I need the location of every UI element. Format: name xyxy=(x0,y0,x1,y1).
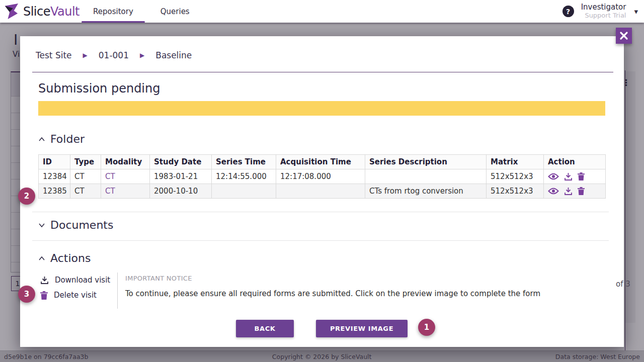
user-menu[interactable]: Investigator Support Trial xyxy=(581,3,626,19)
chevron-up-icon xyxy=(38,256,45,261)
slicevault-logo-icon xyxy=(4,3,19,20)
view-icon[interactable] xyxy=(548,188,559,195)
chevron-down-icon xyxy=(38,223,45,228)
col-acquisition-time: Acquisition Time xyxy=(276,155,365,169)
brand-name-first: Slice xyxy=(23,5,50,19)
section-folder-toggle[interactable]: Folder xyxy=(38,133,85,145)
help-icon[interactable]: ? xyxy=(562,6,574,17)
delete-visit-button[interactable]: Delete visit xyxy=(40,291,97,300)
visit-detail-modal: Test Site ▶ 01-001 ▶ Baseline Submission… xyxy=(20,36,624,347)
download-visit-label: Download visit xyxy=(55,276,110,285)
section-folder-label: Folder xyxy=(50,133,85,145)
cell-acquisition-time: 12:17:08.000 xyxy=(276,169,365,184)
status-warning-bar xyxy=(38,101,605,116)
col-action: Action xyxy=(544,155,606,169)
notice-title: IMPORTANT NOTICE xyxy=(125,275,192,282)
brand-name: SliceVault xyxy=(23,5,79,19)
section-documents-label: Documents xyxy=(50,219,113,231)
view-icon[interactable] xyxy=(548,173,559,180)
section-actions-toggle[interactable]: Actions xyxy=(38,252,91,264)
cell-series-time: 12:14:55.000 xyxy=(212,169,276,184)
breadcrumb-arrow-icon: ▶ xyxy=(83,52,88,59)
user-role: Investigator xyxy=(581,3,626,12)
breadcrumb-subject[interactable]: 01-001 xyxy=(99,50,129,60)
section-divider xyxy=(32,212,609,212)
cell-series-description xyxy=(365,169,487,184)
submission-status-heading: Submission pending xyxy=(38,81,160,96)
download-icon[interactable] xyxy=(564,172,573,181)
brand-logo[interactable]: SliceVault xyxy=(0,3,79,20)
col-modality: Modality xyxy=(101,155,150,169)
download-visit-button[interactable]: Download visit xyxy=(40,276,110,285)
back-button[interactable]: BACK xyxy=(236,320,294,337)
chevron-down-icon[interactable]: ▾ xyxy=(634,7,638,16)
download-icon xyxy=(40,276,49,285)
section-actions-label: Actions xyxy=(50,252,91,264)
table-row: 12384 CT CT 1983-01-21 12:14:55.000 12:1… xyxy=(39,169,606,184)
col-study-date: Study Date xyxy=(150,155,212,169)
annotation-badge-1: 1 xyxy=(418,319,435,336)
cell-id: 12384 xyxy=(39,169,70,184)
section-documents-toggle[interactable]: Documents xyxy=(38,219,113,231)
annotation-badge-2: 2 xyxy=(18,188,35,205)
breadcrumb-visit[interactable]: Baseline xyxy=(155,50,192,60)
trash-icon xyxy=(40,291,48,300)
brand-name-second: Vault xyxy=(50,5,79,19)
tab-repository[interactable]: Repository xyxy=(79,0,147,23)
notice-text: To continue, please ensure all required … xyxy=(125,289,540,298)
cell-series-time xyxy=(212,184,276,199)
tab-queries[interactable]: Queries xyxy=(147,0,203,23)
cell-type: CT xyxy=(70,184,101,199)
cell-acquisition-time xyxy=(276,184,365,199)
breadcrumb-arrow-icon: ▶ xyxy=(140,52,144,59)
delete-visit-label: Delete visit xyxy=(54,291,97,300)
tab-queries-label: Queries xyxy=(160,7,190,16)
download-icon[interactable] xyxy=(564,187,573,196)
row-actions xyxy=(548,187,601,196)
annotation-badge-3: 3 xyxy=(18,286,35,303)
col-id: ID xyxy=(39,155,70,169)
row-actions xyxy=(548,172,601,181)
trash-icon[interactable] xyxy=(578,172,585,180)
vertical-divider xyxy=(117,273,118,309)
col-series-time: Series Time xyxy=(212,155,276,169)
breadcrumb-site[interactable]: Test Site xyxy=(36,50,72,60)
cell-matrix: 512x512x3 xyxy=(487,169,544,184)
panel-top-border xyxy=(32,72,613,72)
pagination-total-label: of 3 xyxy=(616,280,630,289)
close-icon xyxy=(619,31,628,40)
cell-modality-link[interactable]: CT xyxy=(101,169,150,184)
cell-modality-link[interactable]: CT xyxy=(101,184,150,199)
col-matrix: Matrix xyxy=(487,155,544,169)
chevron-up-icon xyxy=(38,137,45,142)
app-window: I Vi 1 ⋮ d5e9b1e on 79cc6fa7aa3b Copyrig… xyxy=(0,0,644,362)
nav-right-group: ? Investigator Support Trial ▾ xyxy=(562,3,644,19)
section-divider xyxy=(32,240,609,241)
cell-matrix: 512x512x3 xyxy=(487,184,544,199)
preview-image-button[interactable]: PREVIEW IMAGE xyxy=(316,320,408,337)
col-series-description: Series Description xyxy=(365,155,487,169)
close-modal-button[interactable] xyxy=(616,28,632,44)
cell-id: 12385 xyxy=(39,184,70,199)
user-trial: Support Trial xyxy=(581,12,626,20)
trash-icon[interactable] xyxy=(578,187,585,195)
col-type: Type xyxy=(70,155,101,169)
top-navigation-bar: SliceVault Repository Queries ? Investig… xyxy=(0,0,644,23)
table-header-row: ID Type Modality Study Date Series Time … xyxy=(39,155,606,169)
tab-repository-label: Repository xyxy=(93,7,133,16)
cell-study-date: 1983-01-21 xyxy=(150,169,212,184)
breadcrumb: Test Site ▶ 01-001 ▶ Baseline xyxy=(36,50,192,60)
cell-study-date: 2000-10-10 xyxy=(150,184,212,199)
table-row: 12385 CT CT 2000-10-10 CTs from rtog con… xyxy=(39,184,606,199)
cell-series-description: CTs from rtog conversion xyxy=(365,184,487,199)
cell-type: CT xyxy=(70,169,101,184)
series-table: ID Type Modality Study Date Series Time … xyxy=(38,154,606,199)
